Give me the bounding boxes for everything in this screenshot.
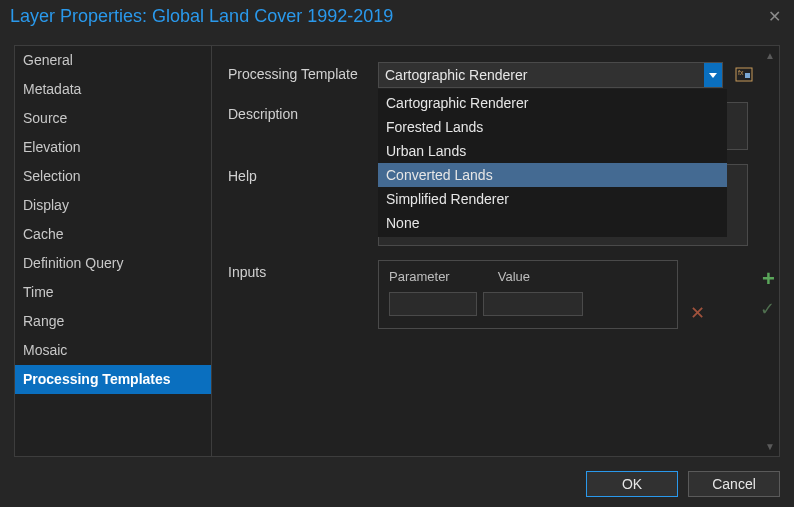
sidebar-item-metadata[interactable]: Metadata	[15, 75, 211, 104]
inputs-label: Inputs	[228, 260, 378, 329]
sidebar-item-general[interactable]: General	[15, 46, 211, 75]
inputs-group: Parameter Value	[378, 260, 678, 329]
value-header: Value	[498, 269, 530, 284]
scroll-down-icon[interactable]: ▼	[765, 441, 775, 452]
sidebar-item-source[interactable]: Source	[15, 104, 211, 133]
content-area: General Metadata Source Elevation Select…	[14, 45, 780, 457]
sidebar-item-processing-templates[interactable]: Processing Templates	[15, 365, 211, 394]
sidebar-item-cache[interactable]: Cache	[15, 220, 211, 249]
svg-text:fx: fx	[738, 69, 744, 76]
row-inputs: Inputs Parameter Value ✕ + ✓	[228, 260, 755, 329]
dialog-title: Layer Properties: Global Land Cover 1992…	[10, 6, 764, 27]
dialog-footer: OK Cancel	[586, 471, 780, 497]
ok-button[interactable]: OK	[586, 471, 678, 497]
add-icon[interactable]: +	[762, 266, 775, 292]
scroll-up-icon[interactable]: ▲	[765, 50, 775, 61]
main-panel: ▲ ▼ Processing Template Cartographic Ren…	[212, 45, 780, 457]
parameter-header: Parameter	[389, 269, 450, 284]
processing-template-dropdown: Cartographic Renderer Forested Lands Urb…	[378, 89, 727, 237]
check-icon[interactable]: ✓	[760, 298, 775, 320]
sidebar-item-display[interactable]: Display	[15, 191, 211, 220]
sidebar-item-elevation[interactable]: Elevation	[15, 133, 211, 162]
value-input[interactable]	[483, 292, 583, 316]
parameter-input[interactable]	[389, 292, 477, 316]
sidebar-item-time[interactable]: Time	[15, 278, 211, 307]
layer-properties-dialog: Layer Properties: Global Land Cover 1992…	[0, 0, 794, 507]
dropdown-option-simplified-renderer[interactable]: Simplified Renderer	[378, 187, 727, 211]
category-sidebar: General Metadata Source Elevation Select…	[14, 45, 212, 457]
inputs-fields	[389, 292, 667, 316]
row-processing-template: Processing Template Cartographic Rendere…	[228, 62, 755, 88]
dropdown-option-converted-lands[interactable]: Converted Lands	[378, 163, 727, 187]
remove-icon[interactable]: ✕	[690, 302, 705, 324]
sidebar-item-range[interactable]: Range	[15, 307, 211, 336]
inputs-headers: Parameter Value	[389, 269, 667, 284]
processing-template-label: Processing Template	[228, 62, 378, 88]
dropdown-option-urban-lands[interactable]: Urban Lands	[378, 139, 727, 163]
dropdown-option-cartographic-renderer[interactable]: Cartographic Renderer	[378, 91, 727, 115]
titlebar: Layer Properties: Global Land Cover 1992…	[0, 0, 794, 32]
help-label: Help	[228, 164, 378, 246]
dropdown-option-none[interactable]: None	[378, 211, 727, 235]
close-icon[interactable]: ✕	[764, 7, 784, 26]
svg-rect-2	[745, 73, 750, 78]
cancel-button[interactable]: Cancel	[688, 471, 780, 497]
sidebar-item-definition-query[interactable]: Definition Query	[15, 249, 211, 278]
combo-selected-text: Cartographic Renderer	[385, 67, 716, 83]
description-label: Description	[228, 102, 378, 150]
sidebar-item-selection[interactable]: Selection	[15, 162, 211, 191]
sidebar-item-mosaic[interactable]: Mosaic	[15, 336, 211, 365]
function-editor-icon[interactable]: fx	[735, 65, 753, 83]
processing-template-combo[interactable]: Cartographic Renderer	[378, 62, 723, 88]
chevron-down-icon[interactable]	[704, 63, 722, 87]
dropdown-option-forested-lands[interactable]: Forested Lands	[378, 115, 727, 139]
processing-template-field: Cartographic Renderer fx	[378, 62, 755, 88]
